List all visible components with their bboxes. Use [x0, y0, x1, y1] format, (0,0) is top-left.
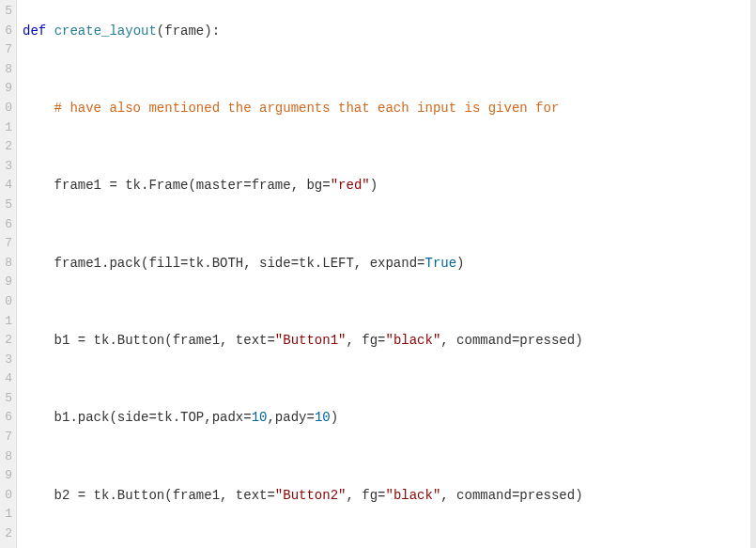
number: 10 — [252, 410, 268, 425]
line-number: 3 — [2, 351, 12, 370]
keyword-def: def — [23, 23, 46, 39]
line-number: 4 — [2, 369, 12, 389]
code-line — [23, 447, 750, 467]
code-line: b1.pack(side=tk.TOP,padx=10,pady=10) — [23, 408, 750, 428]
line-number: 2 — [2, 331, 12, 351]
code-line — [23, 369, 750, 389]
string: "black" — [386, 488, 441, 503]
code-line: def create_layout(frame): — [23, 22, 750, 41]
code-line: frame1.pack(fill=tk.BOTH, side=tk.LEFT, … — [23, 254, 750, 274]
line-number: 5 — [2, 196, 12, 215]
line-number: 8 — [2, 254, 12, 274]
code-line — [23, 215, 750, 235]
code-line: frame1 = tk.Frame(master=frame, bg="red"… — [23, 176, 750, 196]
code-line: b1 = tk.Button(frame1, text="Button1", f… — [23, 331, 750, 351]
line-number: 9 — [2, 79, 12, 99]
line-number: 7 — [2, 40, 12, 60]
code-line — [23, 292, 750, 312]
line-number: 2 — [2, 137, 12, 157]
params: (frame): — [157, 23, 220, 39]
line-number: 5 — [2, 2, 12, 22]
code-line — [23, 60, 750, 80]
number: 10 — [315, 410, 331, 425]
string: "black" — [386, 333, 441, 348]
line-number: 9 — [2, 273, 12, 292]
line-number: 7 — [2, 428, 12, 447]
code-line — [23, 137, 750, 157]
function-name: create_layout — [54, 23, 157, 39]
bool: True — [424, 256, 456, 271]
line-number: 9 — [2, 466, 12, 486]
line-number: 6 — [2, 22, 12, 41]
code-editor[interactable]: def create_layout(frame): # have also me… — [17, 0, 756, 548]
line-number: 1 — [2, 312, 12, 332]
comment: # have also mentioned the arguments that… — [54, 101, 560, 116]
line-number: 1 — [2, 118, 12, 138]
line-number: 1 — [2, 505, 12, 525]
line-number: 7 — [2, 234, 12, 254]
line-number: 0 — [2, 99, 12, 118]
string: "Button2" — [275, 488, 347, 503]
line-number: 6 — [2, 408, 12, 428]
line-number: 8 — [2, 447, 12, 467]
string: "Button1" — [275, 333, 347, 348]
code-line — [23, 525, 750, 544]
line-number: 0 — [2, 486, 12, 506]
line-number: 4 — [2, 176, 12, 196]
line-number: 3 — [2, 157, 12, 177]
line-number: 5 — [2, 389, 12, 409]
line-number: 3 — [2, 544, 12, 548]
line-number: 2 — [2, 525, 12, 544]
code-line: # have also mentioned the arguments that… — [23, 99, 750, 118]
line-number: 0 — [2, 292, 12, 312]
line-number: 8 — [2, 60, 12, 80]
code-line: b2 = tk.Button(frame1, text="Button2", f… — [23, 486, 750, 506]
line-number: 6 — [2, 215, 12, 235]
line-number-gutter: 56789012345678901234567890123 — [0, 0, 17, 548]
string: "red" — [331, 178, 370, 193]
